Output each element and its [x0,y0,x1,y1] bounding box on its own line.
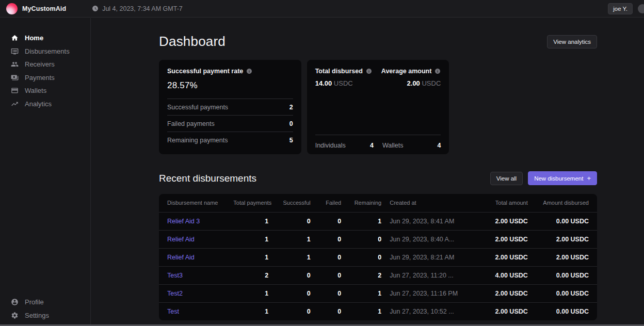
remaining-cell: 0 [341,230,381,248]
amount-unit: USDC [334,79,353,87]
total-payments-cell: 1 [233,302,268,320]
total-amount-cell: 4.00 USDC [479,266,527,284]
failed-cell: 0 [311,266,341,284]
total-disbursed-title: Total disbursed [315,68,363,75]
amount-disbursed-cell: 2.00 USDC [528,248,597,266]
sidebar-item-receivers[interactable]: Receivers [0,58,90,71]
sidebar-item-label: Payments [25,74,55,82]
wallets-icon [11,87,19,94]
disbursements-table: Disbursement name Total payments Success… [159,194,597,320]
sidebar-item-label: Profile [25,298,44,306]
payments-icon [11,74,19,82]
amount-disbursed-cell: 0.00 USDC [528,284,597,302]
sidebar-item-payments[interactable]: Payments [0,71,90,85]
stat-label: Successful payments [167,104,228,111]
remaining-cell: 2 [341,266,381,284]
amount-number: 2.00 [407,79,420,87]
successful-cell: 1 [268,230,311,248]
failed-cell: 0 [311,302,341,320]
stat-label: Failed payments [167,120,215,127]
sidebar-item-profile[interactable]: Profile [0,296,90,309]
sidebar-item-label: Wallets [25,87,46,94]
disbursements-icon [11,47,19,55]
table-row: Test3 2 0 0 2 Jun 27, 2023, 11:20 ... 4.… [159,266,597,284]
info-icon[interactable] [246,68,252,74]
total-disbursed-value: 14.00 USDC [315,79,378,87]
plus-icon: + [587,175,591,182]
topbar-right: joe Y. [608,3,638,14]
sidebar-item-wallets[interactable]: Wallets [0,84,90,97]
stat-label: Remaining payments [167,137,228,144]
successful-cell: 0 [268,266,311,284]
disbursement-link[interactable]: Relief Aid [167,254,195,261]
stat-row-remaining: Remaining payments 5 [167,132,293,148]
sidebar-item-home[interactable]: Home [0,31,90,45]
sidebar: Home Disbursements Receivers Payments Wa… [0,18,91,326]
profile-icon [11,298,19,306]
successful-cell: 0 [268,302,311,320]
sidebar-item-analytics[interactable]: Analytics [0,97,90,111]
summary-cards: Successful payment rate 28.57% Successfu… [159,60,597,154]
new-disbursement-label: New disbursement [534,175,583,182]
home-icon [11,34,19,42]
disbursement-link[interactable]: Test2 [167,290,183,297]
avatar[interactable] [638,4,644,13]
total-payments-cell: 1 [233,212,268,230]
successful-cell: 1 [268,248,311,266]
sidebar-item-label: Analytics [25,100,52,108]
totals-card: Total disbursed 14.00 USDC Average am [307,60,449,154]
sidebar-item-label: Home [25,34,43,42]
amount-unit: USDC [422,79,441,87]
sidebar-item-label: Receivers [25,60,55,68]
total-amount-cell: 2.00 USDC [479,212,527,230]
disbursement-name-cell: Relief Aid [159,248,233,266]
main-content: Dashboard View analytics Successful paym… [91,18,644,326]
total-payments-cell: 1 [233,230,268,248]
sidebar-footer: Profile Settings [0,296,90,322]
datetime-text: Jul 4, 2023, 7:34 AM GMT-7 [102,5,183,12]
payment-rate-title: Successful payment rate [167,68,243,75]
failed-cell: 0 [311,230,341,248]
col-disbursement-name: Disbursement name [159,194,233,212]
col-successful: Successful [268,194,311,212]
totals-card-footer: Individuals 4 Wallets 4 [315,135,441,149]
col-remaining: Remaining [341,194,381,212]
col-amount-disbursed: Amount disbursed [528,194,597,212]
view-all-button[interactable]: View all [490,172,523,185]
disbursement-link[interactable]: Test3 [167,272,183,279]
disbursement-name-cell: Test2 [159,284,233,302]
total-amount-cell: 2.00 USDC [479,230,527,248]
table-row: Relief Aid 3 1 0 0 1 Jun 29, 2023, 8:41 … [159,212,597,230]
table-header-row: Disbursement name Total payments Success… [159,194,597,212]
sidebar-item-label: Settings [25,312,49,319]
individuals-value: 4 [370,142,374,149]
disbursement-name-cell: Test [159,302,233,320]
created-at-cell: Jun 27, 2023, 10:52 ... [381,302,479,320]
recent-disbursements-title: Recent disbursements [159,173,256,184]
stat-row-failed: Failed payments 0 [167,115,293,132]
view-analytics-button[interactable]: View analytics [547,35,597,48]
individuals-pair: Individuals 4 [315,142,374,149]
col-created-at: Created at [381,194,479,212]
payment-rate-card: Successful payment rate 28.57% Successfu… [159,60,301,154]
page-header: Dashboard View analytics [159,34,597,50]
created-at-cell: Jun 29, 2023, 8:21 AM [381,248,479,266]
sidebar-item-disbursements[interactable]: Disbursements [0,45,90,58]
created-at-cell: Jun 29, 2023, 8:40 A... [381,230,479,248]
new-disbursement-button[interactable]: New disbursement + [528,171,597,185]
total-amount-cell: 2.00 USDC [479,248,527,266]
info-icon[interactable] [366,68,372,74]
sidebar-item-settings[interactable]: Settings [0,309,90,322]
settings-icon [11,312,19,319]
amount-disbursed-cell: 2.00 USDC [528,230,597,248]
disbursement-link[interactable]: Relief Aid 3 [167,218,200,225]
user-menu-button[interactable]: joe Y. [608,3,633,14]
average-amount-title: Average amount [381,68,431,75]
total-payments-cell: 1 [233,284,268,302]
col-total-payments: Total payments [233,194,268,212]
disbursement-link[interactable]: Test [167,308,179,315]
amount-number: 14.00 [315,79,332,87]
failed-cell: 0 [311,284,341,302]
disbursement-link[interactable]: Relief Aid [167,236,195,243]
info-icon[interactable] [434,68,441,74]
